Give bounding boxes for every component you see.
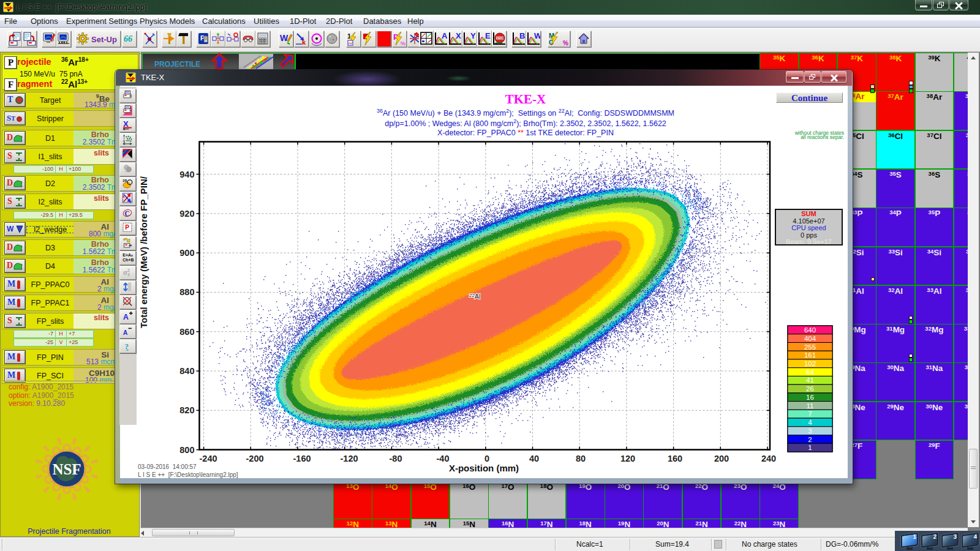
- svg-text:-240: -240: [199, 454, 217, 463]
- svg-text:X: X: [123, 195, 125, 198]
- svg-text:840: 840: [179, 366, 194, 376]
- svg-text:200: 200: [714, 454, 729, 463]
- svg-text:-40: -40: [437, 454, 450, 463]
- svg-text:W: W: [280, 33, 288, 43]
- svg-text:A: A: [123, 313, 129, 321]
- svg-text:860: 860: [179, 327, 194, 337]
- svg-text:41: 41: [806, 377, 814, 384]
- svg-text:k: k: [302, 39, 306, 46]
- svg-text:-120: -120: [340, 454, 358, 463]
- svg-text:255: 255: [804, 343, 816, 351]
- svg-text:940: 940: [179, 170, 194, 179]
- svg-text:880: 880: [179, 287, 194, 297]
- svg-text:3: 3: [808, 427, 812, 435]
- svg-text:-200: -200: [246, 454, 263, 463]
- svg-text:640: 640: [804, 326, 816, 334]
- svg-text:900: 900: [179, 248, 194, 258]
- svg-text:B: B: [519, 31, 525, 40]
- svg-text:4: 4: [808, 419, 812, 426]
- svg-text:Y: Y: [129, 201, 132, 204]
- svg-text:2: 2: [808, 436, 812, 443]
- svg-text:102: 102: [804, 360, 816, 367]
- svg-text:?: ?: [124, 342, 129, 351]
- svg-text:120: 120: [620, 454, 635, 463]
- svg-text:26: 26: [806, 385, 814, 392]
- svg-text:A: A: [123, 329, 127, 336]
- svg-text:E=Ax: E=Ax: [123, 252, 133, 257]
- svg-text:C: C: [124, 210, 129, 217]
- svg-text:3: 3: [127, 272, 130, 277]
- svg-text:64: 64: [806, 369, 814, 376]
- svg-text:%: %: [563, 40, 568, 47]
- svg-text:820: 820: [179, 405, 194, 415]
- svg-text:P: P: [125, 224, 129, 231]
- svg-text:σ: σ: [123, 268, 127, 277]
- svg-text:40: 40: [529, 454, 539, 463]
- svg-text:920: 920: [179, 209, 194, 219]
- svg-text:A: A: [442, 31, 448, 40]
- svg-text:66: 66: [124, 34, 132, 43]
- svg-text:Ch+B: Ch+B: [123, 258, 134, 262]
- svg-text:W: W: [534, 31, 540, 40]
- svg-text:11: 11: [807, 402, 814, 410]
- svg-text:2: 2: [127, 268, 130, 272]
- svg-text:404: 404: [804, 335, 816, 342]
- svg-text:160: 160: [668, 454, 682, 463]
- svg-text:80: 80: [576, 454, 586, 463]
- svg-text:STOP: STOP: [497, 37, 504, 40]
- svg-text:240: 240: [761, 454, 776, 463]
- svg-text:0: 0: [484, 454, 489, 463]
- svg-text:161: 161: [804, 351, 816, 359]
- svg-text:800: 800: [179, 445, 194, 455]
- svg-text:-80: -80: [390, 454, 402, 463]
- svg-text:NSF: NSF: [52, 461, 81, 478]
- svg-text:28: 28: [123, 178, 127, 182]
- svg-text:-160: -160: [293, 454, 311, 463]
- svg-text:16: 16: [806, 394, 814, 401]
- svg-text:X: X: [456, 31, 461, 40]
- svg-text:1: 1: [808, 444, 812, 451]
- svg-text:Y: Y: [470, 31, 476, 40]
- svg-text:%: %: [401, 40, 405, 47]
- svg-text:E: E: [485, 31, 491, 40]
- svg-text:7: 7: [808, 410, 812, 418]
